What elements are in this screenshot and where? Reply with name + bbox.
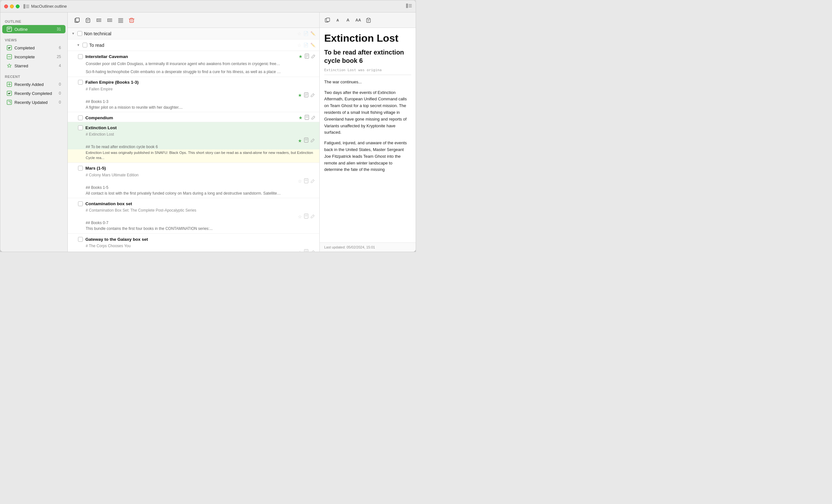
edit-icon-extinction[interactable] [310, 138, 315, 143]
star-filled-icon[interactable]: ★ [298, 54, 303, 59]
indent-left-button[interactable] [94, 16, 104, 25]
window-title: MacOutliner.outline [31, 4, 67, 9]
note-icon-to-read[interactable]: 📄 [303, 43, 309, 48]
edit-icon[interactable]: ✏️ [310, 31, 315, 36]
indent-right-button[interactable] [116, 16, 126, 25]
item-title-mars: Mars (1-5) [85, 166, 315, 171]
item-desc-interstellar-2: Sci-fi-hating technophobe Colin embarks … [68, 68, 319, 77]
star-icon [7, 63, 12, 68]
star-filled-icon-fallen[interactable]: ★ [298, 93, 302, 98]
item-checkbox-gateway[interactable] [78, 237, 83, 242]
sidebar-item-completed[interactable]: Completed 6 [2, 44, 66, 52]
rp-body-p1: The war continues... [324, 79, 411, 86]
star-empty-icon-mars[interactable]: ☆ [298, 178, 302, 184]
star-button-to-read[interactable]: ☆ [297, 43, 302, 48]
edit-icon-fallen[interactable] [310, 93, 315, 98]
item-header-interstellar: Interstellar Caveman ★ [68, 51, 319, 61]
sidebar-item-recently-added[interactable]: Recently Added 0 [2, 80, 66, 88]
recently-added-count: 0 [59, 82, 61, 87]
star-empty-icon-contamination[interactable]: ☆ [298, 214, 302, 219]
edit-icon-compendium[interactable] [311, 115, 315, 120]
rp-subtitle: To be read after extinction cycle book 6 [324, 48, 411, 65]
recently-added-icon [7, 82, 12, 87]
rp-font-small-button[interactable]: A [333, 16, 342, 25]
note-icon-compendium[interactable] [305, 115, 309, 121]
sidebar-section-views: Views [0, 36, 68, 43]
sidebar-item-starred[interactable]: Starred 4 [2, 61, 66, 70]
item-checkbox-extinction[interactable] [78, 125, 83, 130]
delete-button[interactable] [127, 16, 136, 25]
item-checkbox-fallen[interactable] [78, 80, 83, 85]
item-checkbox-compendium[interactable] [78, 115, 83, 120]
star-filled-icon-extinction[interactable]: ★ [298, 138, 302, 143]
note-icon[interactable]: 📄 [303, 31, 309, 36]
sidebar: Outline Outline 31 Views [0, 12, 68, 252]
item-header-fallen: Fallen Empire (Books 1-3) [68, 77, 319, 87]
recently-completed-label: Recently Completed [15, 91, 56, 96]
starred-label: Starred [15, 63, 56, 68]
rp-font-large-button[interactable]: AA [354, 16, 363, 25]
item-subtitle-fallen: # Fallen Empire [68, 87, 319, 92]
edit-icon-gateway[interactable] [310, 249, 315, 252]
chevron-down-icon-2[interactable]: ▼ [77, 43, 81, 47]
rp-paste-button[interactable] [364, 16, 373, 25]
item-header-compendium: Compendium ★ [68, 112, 319, 122]
item-level2-mars: ## Books 1-5 [68, 185, 319, 190]
recently-updated-label: Recently Updated [15, 100, 56, 105]
maximize-button[interactable] [16, 4, 20, 8]
svg-rect-64 [367, 18, 369, 19]
copy-rows-button[interactable] [72, 16, 82, 25]
rp-body-p2: Two days after the events of Extinction … [324, 89, 411, 136]
note-icon-gateway[interactable] [304, 249, 309, 252]
item-checkbox-mars[interactable] [78, 166, 83, 171]
item-checkbox-interstellar[interactable] [78, 54, 83, 59]
edit-icon-contamination[interactable] [310, 214, 315, 219]
svg-rect-33 [130, 19, 133, 23]
starred-count: 4 [59, 63, 61, 68]
completed-label: Completed [15, 46, 56, 50]
list-item: Interstellar Caveman ★ Consider poor old… [68, 51, 319, 77]
rp-font-medium-button[interactable]: A [343, 16, 353, 25]
item-title-compendium: Compendium [85, 115, 296, 120]
minimize-button[interactable] [10, 4, 14, 8]
item-subtitle-mars: # Colony Mars Ultimate Edition [68, 172, 319, 178]
item-title-contamination: Contamination box set [85, 201, 315, 206]
sidebar-item-incomplete[interactable]: Incomplete 25 [2, 53, 66, 61]
list-item: Contamination box set # Contamination Bo… [68, 198, 319, 234]
note-icon[interactable] [305, 54, 309, 60]
note-icon-mars[interactable] [304, 178, 309, 184]
item-level2-extinction: ## To be read after extinction cycle boo… [68, 144, 319, 149]
paste-rows-button[interactable] [83, 16, 93, 25]
group-row-to-read[interactable]: ▼ To read ☆ 📄 ✏️ [68, 39, 319, 51]
indent-button[interactable] [105, 16, 114, 25]
sidebar-item-outline[interactable]: Outline 31 [2, 25, 66, 33]
rp-footer-text: Last updated: 05/02/2024, 15:01 [324, 245, 375, 249]
chevron-down-icon[interactable]: ▼ [72, 32, 75, 35]
group-row-non-technical[interactable]: ▼ Non technical ☆ 📄 ✏️ [68, 28, 319, 39]
note-icon-extinction[interactable] [304, 138, 309, 144]
sidebar-section-outline: Outline [0, 18, 68, 25]
incomplete-count: 25 [57, 55, 61, 59]
star-filled-icon-compendium[interactable]: ★ [298, 115, 303, 120]
edit-icon[interactable] [311, 54, 315, 59]
sidebar-item-recently-completed[interactable]: Recently Completed 0 [2, 89, 66, 97]
rp-footer: Last updated: 05/02/2024, 15:01 [320, 242, 416, 252]
group-checkbox-to-read[interactable] [82, 43, 87, 48]
rp-main-title: Extinction Lost [324, 32, 411, 44]
star-button[interactable]: ☆ [297, 31, 302, 36]
group-checkbox-non-technical[interactable] [77, 31, 82, 36]
note-icon-fallen[interactable] [304, 92, 309, 99]
item-header-contamination: Contamination box set [68, 198, 319, 208]
sidebar-item-recently-updated[interactable]: Recently Updated 0 [2, 98, 66, 107]
note-icon-contamination[interactable] [304, 214, 309, 220]
list-item: Gateway to the Galaxy box set # The Corp… [68, 234, 319, 252]
star-empty-icon-gateway[interactable]: ☆ [298, 250, 302, 252]
item-checkbox-contamination[interactable] [78, 201, 83, 206]
sidebar-toggle-button[interactable] [406, 3, 412, 9]
close-button[interactable] [4, 4, 8, 8]
rp-copy-button[interactable] [323, 16, 332, 25]
edit-icon-mars[interactable] [310, 178, 315, 184]
svg-rect-1 [26, 5, 29, 5]
edit-icon-to-read[interactable]: ✏️ [310, 43, 315, 48]
item-desc-extinction: Extinction Lost was originally published… [68, 149, 319, 162]
